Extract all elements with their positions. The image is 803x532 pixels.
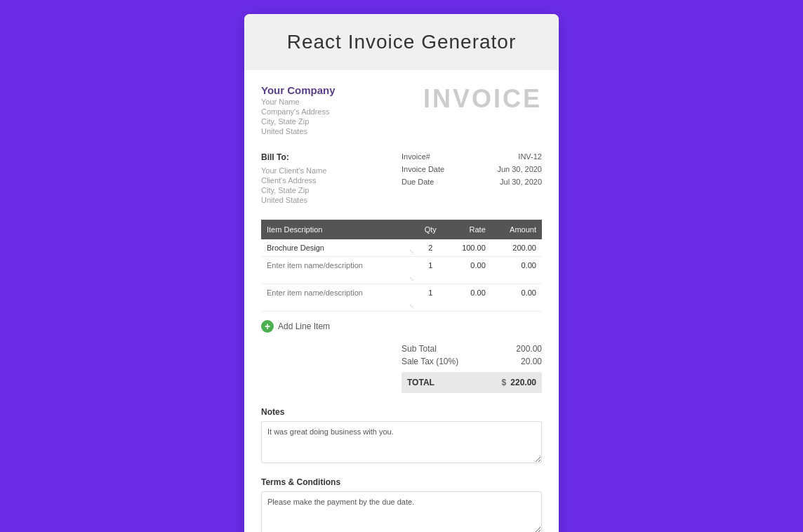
resize-handle-icon: ⤡ [409,277,415,282]
total-value: $ 220.00 [502,378,536,387]
terms-label: Terms & Conditions [261,477,542,487]
company-address-field: Company's Address [261,107,336,116]
totals-section: Sub Total 200.00 Sale Tax (10%) 20.00 TO… [261,344,542,393]
col-description: Item Description [261,220,416,239]
item-qty: 1 [416,257,444,284]
company-name: Your Company [261,84,336,96]
invoice-card: React Invoice Generator Your Company You… [244,14,559,532]
notes-label: Notes [261,407,542,417]
company-info: Your Company Your Name Company's Address… [261,84,336,135]
invoice-due-row: Due Date Jul 30, 2020 [401,178,542,186]
client-name-field: Your Client's Name [261,166,401,175]
notes-input[interactable] [261,421,542,463]
add-icon: + [261,320,274,333]
invoice-due-label: Due Date [401,178,434,186]
card-body: Your Company Your Name Company's Address… [244,70,559,532]
client-city-field: City, State Zip [261,186,401,194]
item-amount: 0.00 [491,257,542,284]
item-description-input[interactable] [267,288,412,305]
table-body: Brochure Design ⤡ 2 100.00 200.00 ⤡ 1 0.… [261,239,542,312]
tax-value: 20.00 [521,357,542,366]
item-amount: 0.00 [491,284,542,312]
item-rate: 0.00 [445,284,491,312]
total-currency: $ [502,378,507,387]
bill-meta-section: Bill To: Your Client's Name Client's Add… [261,152,542,206]
client-country-field: United States [261,196,401,204]
company-name-field: Your Name [261,98,336,106]
total-label: TOTAL [407,378,434,387]
invoice-number-row: Invoice# INV-12 [401,152,542,161]
subtotal-row: Sub Total 200.00 [401,344,542,354]
subtotal-label: Sub Total [401,344,437,354]
invoice-due-value: Jul 30, 2020 [500,178,542,186]
item-qty: 2 [416,239,444,257]
item-description-input[interactable] [267,261,412,278]
item-description-text: Brochure Design [267,244,324,252]
table-row: Brochure Design ⤡ 2 100.00 200.00 [261,239,542,257]
company-section: Your Company Your Name Company's Address… [261,84,542,135]
terms-section: Terms & Conditions [261,477,542,532]
total-amount: 220.00 [510,378,536,387]
table-row: ⤡ 1 0.00 0.00 [261,284,542,312]
invoice-number-value: INV-12 [518,152,542,161]
invoice-meta: Invoice# INV-12 Invoice Date Jun 30, 202… [401,152,542,206]
card-header: React Invoice Generator [244,14,559,70]
item-rate: 0.00 [445,257,491,284]
company-city-field: City, State Zip [261,117,336,126]
items-table: Item Description Qty Rate Amount Brochur… [261,220,542,312]
client-address-field: Client's Address [261,176,401,185]
item-description-cell: Brochure Design ⤡ [261,239,416,257]
invoice-date-value: Jun 30, 2020 [497,165,542,173]
item-qty: 1 [416,284,444,312]
company-country-field: United States [261,127,336,135]
notes-section: Notes [261,407,542,466]
item-description-cell[interactable]: ⤡ [261,284,416,312]
table-row: ⤡ 1 0.00 0.00 [261,257,542,284]
col-rate: Rate [445,220,491,239]
invoice-number-label: Invoice# [401,152,430,161]
tax-label: Sale Tax (10%) [401,357,458,366]
bill-to-title: Bill To: [261,152,401,162]
add-line-item[interactable]: + Add Line Item [261,320,542,333]
resize-handle-icon: ⤡ [409,304,415,310]
subtotal-value: 200.00 [516,344,542,354]
app-title: React Invoice Generator [261,31,542,53]
col-amount: Amount [491,220,542,239]
table-header-row: Item Description Qty Rate Amount [261,220,542,239]
item-amount: 200.00 [491,239,542,257]
bill-to-section: Bill To: Your Client's Name Client's Add… [261,152,401,206]
invoice-label: INVOICE [423,84,542,114]
invoice-date-row: Invoice Date Jun 30, 2020 [401,165,542,173]
resize-handle-icon: ⤡ [409,249,415,255]
item-description-cell[interactable]: ⤡ [261,257,416,284]
item-rate: 100.00 [445,239,491,257]
table-header: Item Description Qty Rate Amount [261,220,542,239]
col-qty: Qty [416,220,444,239]
total-final-row: TOTAL $ 220.00 [401,372,542,393]
add-line-label: Add Line Item [278,321,330,331]
invoice-date-label: Invoice Date [401,165,444,173]
tax-row: Sale Tax (10%) 20.00 [401,357,542,366]
terms-input[interactable] [261,491,542,532]
